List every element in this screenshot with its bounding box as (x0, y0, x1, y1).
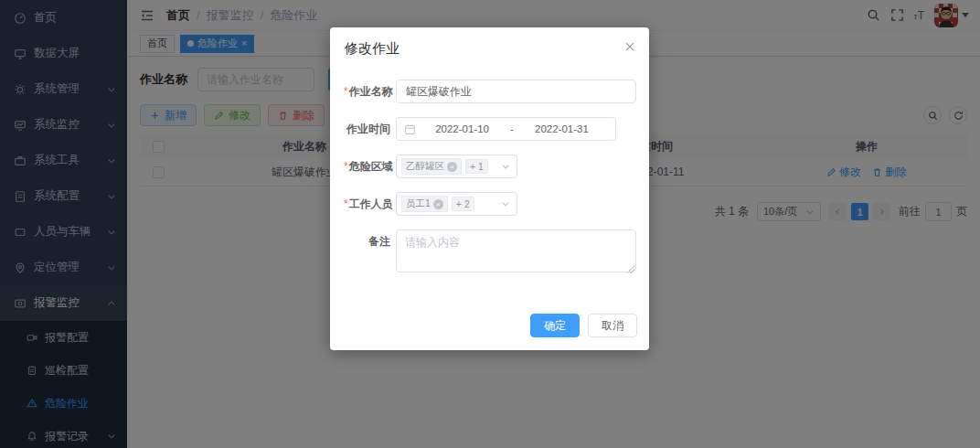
dialog-header: 修改作业 (330, 27, 649, 63)
workers-label: *工作人员 (344, 192, 390, 216)
danger-area-select[interactable]: 乙醇罐区× + 1 (396, 155, 517, 178)
more-count-tag: + 1 (465, 159, 488, 174)
selected-tag: 员工1× (401, 196, 448, 212)
required-mark: * (344, 197, 348, 210)
tag-remove-icon[interactable]: × (447, 162, 457, 172)
workers-select[interactable]: 员工1× + 2 (396, 192, 517, 216)
more-count-tag: + 2 (452, 197, 474, 211)
date-separator: - (508, 123, 516, 134)
selected-tag: 乙醇罐区× (401, 158, 462, 175)
job-name-label: *作业名称 (344, 80, 390, 103)
form-row-job-time: 作业时间 2022-01-10 - 2022-01-31 (344, 117, 637, 141)
required-mark: * (344, 85, 348, 98)
danger-area-label: *危险区域 (344, 155, 390, 178)
dialog-footer: 确定 取消 (330, 314, 649, 350)
chevron-down-icon (501, 162, 510, 171)
remark-textarea[interactable] (396, 229, 636, 272)
job-time-label: 作业时间 (344, 117, 390, 141)
confirm-button[interactable]: 确定 (530, 314, 580, 337)
dialog-title: 修改作业 (345, 40, 399, 58)
remark-label: 备注 (344, 229, 390, 253)
form-row-job-name: *作业名称 (344, 80, 637, 103)
start-date[interactable]: 2022-01-10 (416, 123, 508, 134)
form-row-remark: 备注 (344, 229, 637, 276)
tag-label: 员工1 (406, 197, 431, 210)
close-icon[interactable] (623, 40, 636, 53)
edit-job-dialog: 修改作业 *作业名称 作业时间 2022-01-10 - 2022-01-31 … (330, 27, 649, 350)
dialog-body: *作业名称 作业时间 2022-01-10 - 2022-01-31 *危险区域… (330, 63, 649, 290)
chevron-down-icon (501, 199, 510, 208)
tag-label: 乙醇罐区 (406, 160, 444, 173)
app-window: 首页 数据大屏 系统管理 系统监控 系统工具 系统配置 人员与车辆 (0, 0, 980, 448)
end-date[interactable]: 2022-01-31 (516, 123, 608, 134)
resize-handle[interactable] (626, 265, 634, 273)
tag-remove-icon[interactable]: × (433, 199, 443, 209)
date-range-picker[interactable]: 2022-01-10 - 2022-01-31 (396, 117, 616, 141)
calendar-icon (404, 123, 416, 135)
form-row-workers: *工作人员 员工1× + 2 (344, 192, 637, 216)
job-name-input[interactable] (396, 80, 636, 103)
cancel-button[interactable]: 取消 (588, 314, 637, 337)
required-mark: * (344, 160, 348, 173)
form-row-danger-area: *危险区域 乙醇罐区× + 1 (344, 155, 637, 178)
